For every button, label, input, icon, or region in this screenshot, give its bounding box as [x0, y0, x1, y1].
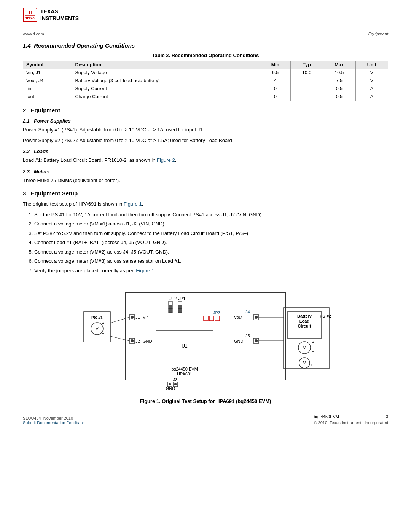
- col-max: Max: [323, 61, 355, 69]
- section-1-4-number: 1.4: [23, 42, 31, 49]
- section-2-1-heading: Power Supplies: [34, 118, 71, 124]
- svg-text:PS #2: PS #2: [320, 314, 331, 318]
- feedback-link[interactable]: Submit Documentation Feedback: [23, 420, 85, 425]
- svg-rect-32: [215, 316, 220, 321]
- svg-text:–: –: [310, 356, 312, 361]
- svg-text:Vin: Vin: [143, 315, 149, 320]
- svg-rect-31: [209, 316, 214, 321]
- page-number: 3: [386, 414, 388, 419]
- list-item: Set PS#2 to 5.2V and then turn off suppl…: [34, 230, 388, 237]
- svg-text:Load: Load: [299, 319, 309, 323]
- figure1-link-intro[interactable]: Figure 1: [124, 201, 142, 207]
- svg-point-48: [255, 339, 258, 342]
- copyright: © 2010, Texas Instruments Incorporated: [314, 420, 388, 425]
- svg-rect-28: [178, 309, 182, 313]
- ti-logo-icon: TI TEXAS: [23, 8, 37, 22]
- svg-text:–: –: [312, 349, 314, 353]
- section-2-1-number: 2.1: [23, 118, 30, 124]
- svg-text:J2: J2: [135, 339, 140, 343]
- website-url: www.ti.com: [23, 32, 44, 36]
- col-min: Min: [260, 61, 291, 69]
- svg-text:J4: J4: [245, 310, 250, 314]
- table-2-title: Table 2. Recommended Operating Condition…: [23, 53, 388, 58]
- svg-text:JP3: JP3: [213, 310, 220, 315]
- section-2-1-title: 2.1 Power Supplies: [23, 118, 388, 124]
- section-label: Equipment: [368, 32, 388, 36]
- figure-1-diagram: PS #1 V + – J1 Vin J2 GND JP2: [76, 281, 335, 395]
- list-item: Connect Load #1 (BAT+, BAT–) across J4, …: [34, 239, 388, 246]
- table-row: IoutCharge Current00.5A: [23, 93, 388, 101]
- svg-rect-27: [178, 305, 182, 309]
- svg-text:TEXAS: TEXAS: [25, 17, 35, 19]
- svg-text:HPA691: HPA691: [177, 372, 192, 376]
- svg-line-19: [110, 317, 129, 323]
- col-unit: Unit: [355, 61, 388, 69]
- svg-text:J3: J3: [173, 377, 178, 382]
- svg-rect-23: [169, 305, 172, 309]
- section-2-2-title: 2.2 Loads: [23, 149, 388, 154]
- svg-point-12: [131, 316, 134, 319]
- svg-text:U1: U1: [182, 343, 188, 349]
- footer-left: SLUU464–November 2010 Submit Documentati…: [23, 416, 85, 425]
- col-symbol: Symbol: [23, 61, 72, 69]
- svg-text:+: +: [310, 363, 312, 367]
- product-id: bq24450EVM: [314, 414, 339, 419]
- section-2-2-number: 2.2: [23, 149, 30, 154]
- figure-1-container: PS #1 V + – J1 Vin J2 GND JP2: [23, 281, 388, 404]
- list-item: Connect a voltage meter (VM#2) across J4…: [34, 248, 388, 256]
- ps2-para: Power Supply #2 (PS#2): Adjustable from …: [23, 137, 388, 144]
- section-2-3-heading: Meters: [34, 169, 50, 174]
- svg-point-16: [131, 339, 134, 342]
- ps1-para: Power Supply #1 (PS#1): Adjustable from …: [23, 126, 388, 134]
- section-3-heading: Equipment Setup: [31, 190, 78, 197]
- svg-text:Vout: Vout: [234, 315, 242, 320]
- meters-para: Three Fluke 75 DMMs (equivalent or bette…: [23, 177, 388, 184]
- section-2-number: 2: [23, 107, 26, 113]
- section-1-4-heading: Recommended Operating Conditions: [34, 42, 135, 49]
- svg-text:bq24450 EVM: bq24450 EVM: [171, 367, 198, 371]
- svg-point-44: [255, 316, 258, 319]
- table-row: Vin, J1Supply Voltage9.510.010.5V: [23, 69, 388, 77]
- recommended-conditions-table: Symbol Description Min Typ Max Unit Vin,…: [23, 61, 388, 101]
- svg-text:Circuit: Circuit: [298, 324, 311, 328]
- svg-text:V: V: [303, 361, 306, 365]
- setup-intro: The original test setup of HPA691 is sho…: [23, 200, 388, 208]
- svg-text:JP2: JP2: [170, 296, 177, 301]
- loads-para: Load #1: Battery Load Circuit Board, PR1…: [23, 157, 388, 164]
- svg-point-41: [174, 383, 177, 385]
- header-divider: [23, 29, 388, 29]
- svg-rect-24: [169, 309, 172, 313]
- section-2-3-number: 2.3: [23, 169, 30, 174]
- svg-text:GND: GND: [234, 339, 244, 343]
- list-item: Verify the jumpers are placed correctly …: [34, 267, 388, 275]
- svg-text:GND: GND: [166, 386, 175, 391]
- svg-text:V: V: [96, 326, 99, 331]
- svg-text:J5: J5: [245, 334, 250, 338]
- svg-rect-26: [178, 301, 182, 305]
- list-item: Connect a voltage meter (VM #1) across J…: [34, 220, 388, 228]
- page-header: TI TEXAS TEXAS INSTRUMENTS: [23, 8, 388, 26]
- section-2-title: 2 Equipment: [23, 107, 388, 113]
- figure2-link[interactable]: Figure 2: [157, 157, 175, 163]
- figure1-link-step7[interactable]: Figure 1: [136, 268, 154, 273]
- svg-text:V: V: [303, 345, 306, 350]
- page: TI TEXAS TEXAS INSTRUMENTS www.ti.com Eq…: [0, 0, 411, 532]
- figure-1-caption: Figure 1. Original Test Setup for HPA691…: [140, 398, 271, 404]
- table-row: IinSupply Current00.5A: [23, 85, 388, 93]
- list-item: Connect a voltage meter (VM#3) across se…: [34, 257, 388, 265]
- doc-id: SLUU464–November 2010: [23, 416, 85, 420]
- svg-point-39: [169, 383, 171, 385]
- svg-text:GND: GND: [143, 339, 152, 343]
- section-2-2-heading: Loads: [34, 149, 48, 154]
- svg-rect-30: [204, 316, 208, 321]
- page-footer: SLUU464–November 2010 Submit Documentati…: [23, 412, 388, 425]
- setup-steps-list: Set the PS #1 for 10V, 1A current limit …: [34, 211, 388, 275]
- svg-text:+: +: [312, 340, 314, 345]
- col-description: Description: [72, 61, 260, 69]
- svg-text:PS #1: PS #1: [91, 315, 103, 320]
- svg-rect-22: [169, 301, 172, 305]
- company-name: TEXAS INSTRUMENTS: [40, 8, 79, 22]
- section-3-number: 3: [23, 190, 26, 197]
- svg-text:–: –: [102, 331, 104, 335]
- table-row: Vout, J4Battery Voltage (3-cell lead-aci…: [23, 77, 388, 85]
